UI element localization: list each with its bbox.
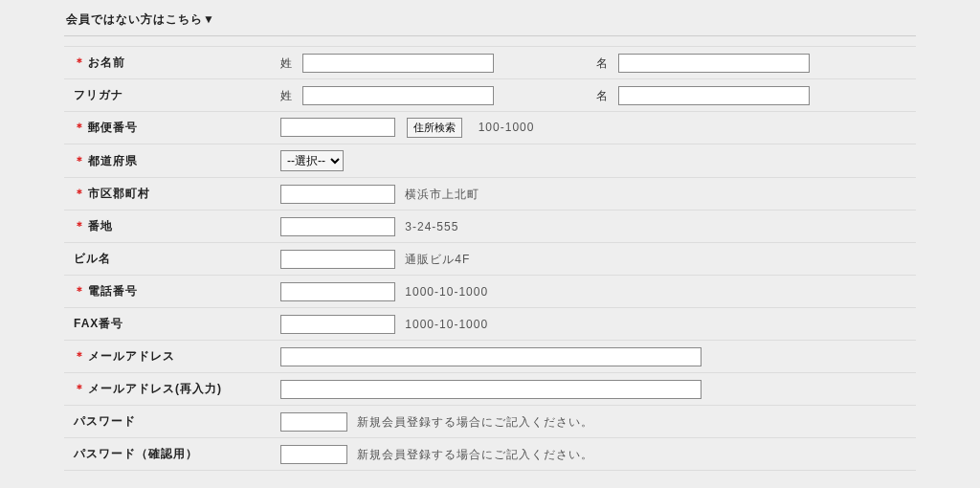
label-mei: 名 (596, 55, 609, 72)
zip-search-button[interactable]: 住所検索 (407, 118, 462, 138)
fax-input[interactable] (280, 315, 395, 334)
registration-form: ＊お名前 姓 名 フリガナ 姓 名 ＊郵便番号 (64, 46, 916, 471)
pref-select[interactable]: --選択-- (280, 150, 344, 171)
label-addr: ＊番地 (64, 211, 275, 243)
tel-example: 1000-10-1000 (405, 285, 488, 299)
label-kana: フリガナ (64, 79, 275, 112)
label-pref: ＊都道府県 (64, 144, 275, 178)
label-tel: ＊電話番号 (64, 276, 275, 308)
label-email: ＊メールアドレス (64, 341, 275, 373)
addr-example: 3-24-555 (405, 220, 458, 233)
tel-input[interactable] (280, 282, 395, 301)
email-input[interactable] (280, 347, 702, 366)
label-pw2: パスワード（確認用） (64, 438, 275, 471)
label-mei-kana: 名 (596, 88, 609, 104)
kana-mei-input[interactable] (618, 86, 810, 105)
kana-sei-input[interactable] (302, 86, 494, 105)
label-pw: パスワード (64, 406, 275, 438)
non-member-toggle[interactable]: 会員ではない方はこちら▼ (64, 10, 916, 36)
addr-input[interactable] (280, 217, 395, 236)
label-sei-kana: 姓 (280, 88, 293, 104)
label-name: ＊お名前 (64, 47, 275, 79)
label-sei: 姓 (280, 55, 293, 72)
label-email2: ＊メールアドレス(再入力) (64, 373, 275, 406)
city-example: 横浜市上北町 (405, 188, 479, 201)
bldg-example: 通販ビル4F (405, 253, 470, 266)
label-fax: FAX番号 (64, 308, 275, 341)
name-sei-input[interactable] (302, 54, 494, 73)
city-input[interactable] (280, 185, 395, 204)
name-mei-input[interactable] (618, 54, 810, 73)
password-input[interactable] (280, 412, 347, 432)
label-bldg: ビル名 (64, 243, 275, 276)
form-actions: 戻る 次 へ 会員登録しながら次へ (64, 471, 916, 488)
zip-input[interactable] (280, 118, 395, 137)
required-mark: ＊ (74, 55, 86, 69)
email-confirm-input[interactable] (280, 380, 702, 399)
bldg-input[interactable] (280, 250, 395, 269)
label-city: ＊市区郡町村 (64, 178, 275, 211)
fax-example: 1000-10-1000 (405, 318, 488, 331)
label-zip: ＊郵便番号 (64, 112, 275, 144)
pw2-hint: 新規会員登録する場合にご記入ください。 (357, 448, 593, 461)
pw-hint: 新規会員登録する場合にご記入ください。 (357, 415, 593, 429)
password-confirm-input[interactable] (280, 445, 347, 464)
zip-example: 100-1000 (479, 121, 535, 134)
